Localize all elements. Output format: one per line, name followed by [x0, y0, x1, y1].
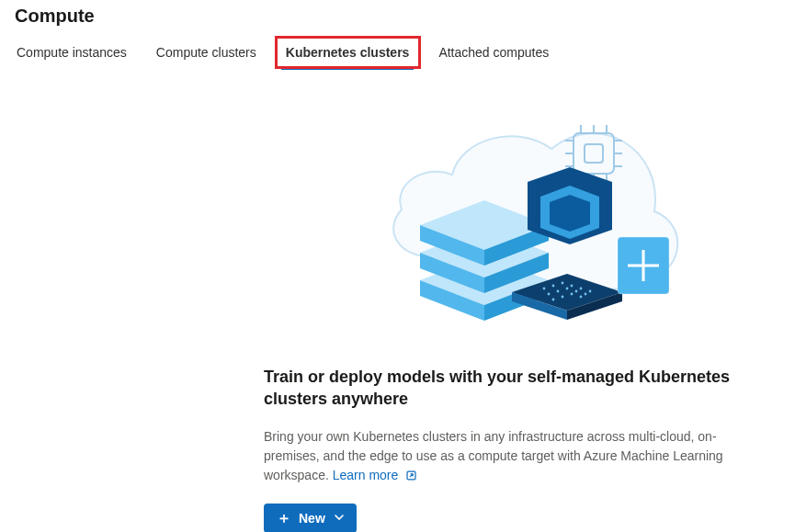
chevron-down-icon [335, 513, 344, 523]
svg-point-33 [580, 288, 583, 290]
svg-point-38 [575, 290, 578, 293]
svg-point-29 [543, 288, 546, 290]
new-button-label: New [299, 511, 325, 526]
kubernetes-illustration [324, 92, 691, 340]
content-area: Train or deploy models with your self-ma… [15, 92, 780, 532]
empty-state-panel: Train or deploy models with your self-ma… [264, 92, 751, 532]
new-button[interactable]: ＋ New [264, 504, 357, 532]
svg-point-34 [589, 290, 592, 293]
tabs-nav: Compute instances Compute clusters Kuber… [15, 40, 780, 70]
svg-point-35 [548, 293, 551, 296]
svg-marker-25 [550, 195, 590, 232]
svg-point-40 [552, 299, 555, 301]
empty-state-heading: Train or deploy models with your self-ma… [264, 366, 751, 411]
svg-point-39 [585, 293, 587, 296]
learn-more-link[interactable]: Learn more [333, 468, 417, 482]
page-title: Compute [15, 6, 780, 27]
empty-state-description: Bring your own Kubernetes clusters in an… [264, 427, 751, 487]
svg-point-37 [566, 288, 569, 290]
tab-compute-clusters[interactable]: Compute clusters [154, 40, 258, 69]
svg-point-32 [571, 285, 574, 288]
tab-kubernetes-clusters[interactable]: Kubernetes clusters [284, 40, 412, 69]
svg-point-30 [552, 285, 555, 288]
plus-icon: ＋ [277, 511, 291, 526]
tab-attached-computes[interactable]: Attached computes [437, 40, 551, 69]
svg-point-36 [557, 290, 560, 293]
svg-point-31 [562, 282, 564, 285]
external-link-icon [405, 468, 417, 487]
svg-point-41 [562, 296, 564, 299]
svg-point-43 [580, 296, 583, 299]
tab-compute-instances[interactable]: Compute instances [15, 40, 129, 69]
learn-more-label: Learn more [333, 468, 399, 482]
svg-point-42 [571, 293, 574, 296]
